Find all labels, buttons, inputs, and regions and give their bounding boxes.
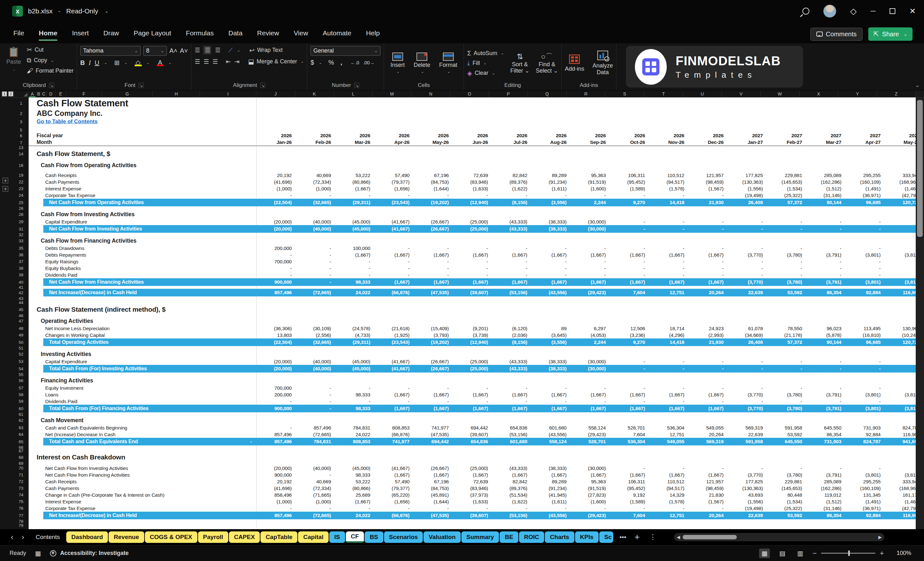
cell[interactable] (767, 149, 806, 159)
row-number[interactable]: 32 (0, 233, 28, 237)
cell[interactable] (296, 118, 335, 126)
row-label-cell[interactable] (28, 450, 256, 452)
cell[interactable] (688, 170, 728, 172)
cell[interactable] (767, 452, 806, 462)
cell[interactable]: 53,592 (767, 289, 806, 296)
cell[interactable]: 22,639 (728, 431, 767, 438)
cell[interactable] (414, 161, 453, 170)
row-label-cell[interactable]: Equity Investment (28, 385, 256, 391)
scroll-left-arrow[interactable]: ◀ (676, 535, 680, 540)
cell[interactable]: - (845, 398, 885, 405)
cell[interactable] (375, 210, 414, 218)
cell[interactable]: (66,876) (375, 512, 414, 519)
cell[interactable] (531, 149, 571, 159)
cell[interactable] (531, 118, 571, 126)
cell[interactable] (296, 159, 335, 161)
cell[interactable]: 20,264 (688, 512, 728, 519)
cell[interactable] (767, 314, 806, 317)
cell[interactable] (767, 462, 806, 465)
cell[interactable] (688, 317, 728, 325)
cell[interactable]: 20,264 (688, 289, 728, 296)
row-label-cell[interactable] (28, 446, 256, 450)
cell[interactable]: (37,973) (453, 492, 492, 498)
cell[interactable]: - (688, 192, 728, 199)
cell[interactable]: - (375, 272, 414, 278)
cell[interactable] (296, 296, 335, 300)
cell[interactable] (296, 417, 335, 424)
row-label-cell[interactable] (28, 286, 256, 289)
cell[interactable]: (3,770) (728, 278, 767, 286)
collapse-ribbon-icon[interactable]: ⌄ (915, 82, 920, 88)
cell[interactable]: (98,459) (688, 178, 728, 185)
cell[interactable] (806, 210, 845, 218)
cell[interactable] (492, 286, 531, 289)
cell[interactable]: (25,322) (767, 192, 806, 199)
cell[interactable]: (1,667) (375, 471, 414, 478)
cell[interactable]: - (296, 265, 335, 272)
cell[interactable] (845, 237, 885, 245)
cell[interactable] (256, 109, 296, 118)
cell[interactable]: (80,866) (335, 178, 375, 185)
row-label-cell[interactable] (28, 126, 256, 128)
cell[interactable]: 808,853 (335, 438, 375, 446)
cell[interactable] (256, 300, 296, 305)
cell[interactable]: - (492, 385, 531, 391)
premium-diamond-icon[interactable]: ◇ (850, 6, 856, 16)
cell[interactable] (335, 372, 375, 376)
cell[interactable] (414, 206, 453, 210)
bold-button[interactable]: B (80, 59, 85, 66)
cell[interactable]: - (375, 385, 414, 391)
cell[interactable] (845, 372, 885, 376)
cell[interactable]: 121,957 (688, 478, 728, 485)
cell[interactable] (296, 346, 335, 350)
row-label-cell[interactable] (28, 372, 256, 376)
cell[interactable]: 528,701 (571, 438, 610, 446)
cell[interactable]: (1,667) (610, 471, 649, 478)
cell[interactable] (806, 146, 845, 149)
cell[interactable]: 2026 (649, 132, 688, 139)
cell[interactable] (492, 170, 531, 172)
cell[interactable] (256, 519, 296, 524)
cell[interactable]: (3,780) (767, 471, 806, 478)
cell[interactable]: - (335, 398, 375, 405)
cell[interactable]: (26,667) (414, 365, 453, 372)
cell[interactable]: - (806, 258, 845, 265)
cell[interactable]: (41,667) (375, 225, 414, 233)
cell[interactable] (610, 109, 649, 118)
cell[interactable] (610, 126, 649, 128)
row-number[interactable]: 73 (0, 485, 28, 492)
cell[interactable]: 26,408 (728, 199, 767, 206)
cell[interactable] (688, 98, 728, 109)
cell[interactable] (649, 98, 688, 109)
cell[interactable] (688, 446, 728, 450)
row-label-cell[interactable]: Equity Buybacks (28, 265, 256, 272)
decrease-indent-button[interactable]: ⇤ (226, 58, 231, 65)
cell[interactable]: (1,667) (610, 405, 649, 412)
cell[interactable] (767, 417, 806, 424)
chevron-down-icon[interactable]: ⌄ (104, 8, 109, 14)
cell[interactable]: (79,377) (375, 178, 414, 185)
cell[interactable] (688, 210, 728, 218)
cell[interactable]: 61,078 (728, 325, 767, 332)
cell[interactable] (571, 452, 610, 462)
cell[interactable] (728, 317, 767, 325)
row-number[interactable]: 5 (0, 128, 28, 132)
sheet-tab-charts[interactable]: Charts (545, 531, 574, 543)
cell[interactable]: - (414, 258, 453, 265)
row-label-cell[interactable]: Financing Activities (28, 376, 256, 385)
cell[interactable] (453, 159, 492, 161)
cell[interactable]: 295,255 (845, 172, 885, 178)
row-number[interactable]: 65 (0, 438, 28, 446)
cell[interactable] (571, 372, 610, 376)
cell[interactable] (531, 126, 571, 128)
cell[interactable] (767, 233, 806, 237)
row-label-cell[interactable]: Cash Flow Statement (indirect method), $ (28, 305, 256, 314)
cell[interactable] (531, 305, 571, 314)
cell[interactable] (492, 109, 531, 118)
cell[interactable]: - (335, 505, 375, 512)
cell[interactable] (688, 161, 728, 170)
cell[interactable]: 700,000 (256, 385, 296, 391)
sheet-tab-is[interactable]: IS (329, 531, 345, 543)
cell[interactable] (453, 210, 492, 218)
cell[interactable] (649, 314, 688, 317)
